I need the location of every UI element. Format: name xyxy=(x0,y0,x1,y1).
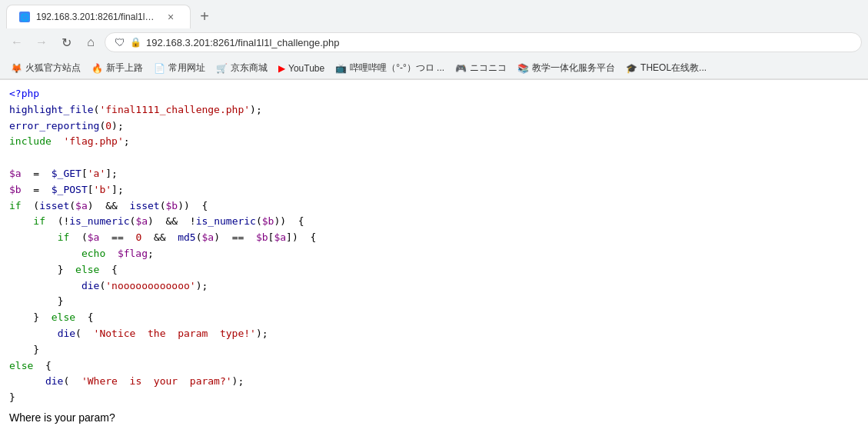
code-line-b: $b = $_POST['b']; xyxy=(9,182,859,198)
bookmark-common-icon: 📄 xyxy=(154,63,165,74)
forward-button[interactable]: → xyxy=(31,32,52,53)
bookmark-huhu-icon: 🦊 xyxy=(11,63,22,74)
code-line-echo: echo $flag; xyxy=(9,246,859,262)
bookmark-theol-label: THEOL在线教... xyxy=(640,62,707,75)
back-button[interactable]: ← xyxy=(6,32,28,53)
code-line-include: include 'flag.php'; xyxy=(9,134,859,150)
bookmark-youtube-icon: ▶ xyxy=(278,63,285,74)
bookmark-edu[interactable]: 📚 教学一体化服务平台 xyxy=(513,60,620,76)
code-line-close2: } xyxy=(9,342,859,358)
bookmark-newbie[interactable]: 🔥 新手上路 xyxy=(87,60,148,76)
bookmark-bilibili-icon: 📺 xyxy=(335,63,347,74)
bookmark-newbie-icon: 🔥 xyxy=(91,63,103,74)
code-line-else3: else { xyxy=(9,358,859,374)
bookmarks-bar: 🦊 火狐官方站点 🔥 新手上路 📄 常用网址 🛒 京东商城 ▶ YouTube … xyxy=(0,58,868,79)
code-line-a: $a = $_GET['a']; xyxy=(9,166,859,182)
bookmark-newbie-label: 新手上路 xyxy=(106,62,143,75)
code-line-else2: } else { xyxy=(9,310,859,326)
tab-title: 192.168.3.201:8261/final1l1l_challenge.p… xyxy=(36,12,158,22)
tab-close-button[interactable]: × xyxy=(164,10,178,24)
page-output: Where is your param? xyxy=(9,406,859,429)
home-icon: ⌂ xyxy=(87,35,95,49)
code-line-error: error_reporting(0); xyxy=(9,118,859,135)
home-button[interactable]: ⌂ xyxy=(80,32,101,53)
bookmark-common-label: 常用网址 xyxy=(168,62,205,75)
bookmark-nico-icon: 🎮 xyxy=(455,63,467,74)
code-line-else1: } else { xyxy=(9,262,859,278)
bookmark-theol[interactable]: 🎓 THEOL在线教... xyxy=(621,60,711,76)
bookmark-huhu[interactable]: 🦊 火狐官方站点 xyxy=(6,60,85,76)
bookmark-edu-label: 教学一体化服务平台 xyxy=(532,62,615,75)
reload-button[interactable]: ↻ xyxy=(55,32,77,53)
code-line-close3: } xyxy=(9,390,859,406)
code-line-die2: die( 'Notice the param type!'); xyxy=(9,326,859,342)
bookmark-common[interactable]: 📄 常用网址 xyxy=(149,60,210,76)
address-bar[interactable]: 🛡 🔒 192.168.3.201:8261/final1l1l_challen… xyxy=(105,32,862,52)
bookmark-edu-icon: 📚 xyxy=(517,63,529,74)
code-line-die1: die('noooooooooooo'); xyxy=(9,278,859,295)
code-line-if1: if (isset($a) && isset($b)) { xyxy=(9,198,859,215)
code-line-die3: die( 'Where is your param?'); xyxy=(9,374,859,390)
tab-favicon: 🌐 xyxy=(19,12,30,22)
bookmark-bilibili[interactable]: 📺 哔哩哔哩（°-°）つロ ... xyxy=(331,60,449,76)
code-line-highlight: highlight_file('final1111_challenge.php'… xyxy=(9,102,859,118)
code-line-close1: } xyxy=(9,294,859,310)
code-line-if3: if ($a == 0 && md5($a) == $b[$a]) { xyxy=(9,230,859,246)
code-line-php-open: <?php xyxy=(9,86,859,102)
shield-icon: 🛡 xyxy=(115,36,125,48)
bookmark-huhu-label: 火狐官方站点 xyxy=(25,62,81,75)
browser-tab[interactable]: 🌐 192.168.3.201:8261/final1l1l_challenge… xyxy=(6,5,191,28)
url-display: 192.168.3.201:8261/final1l1l_challenge.p… xyxy=(146,37,340,48)
bookmark-youtube-label: YouTube xyxy=(288,63,324,74)
lock-icon: 🔒 xyxy=(130,37,141,48)
code-line-blank xyxy=(9,150,859,166)
new-tab-button[interactable]: + xyxy=(194,6,215,28)
reload-icon: ↻ xyxy=(62,35,72,50)
page-content: <?php highlight_file('final1111_challeng… xyxy=(0,80,868,441)
code-line-if2: if (!is_numeric($a) && !is_numeric($b)) … xyxy=(9,214,859,230)
bookmark-youtube[interactable]: ▶ YouTube xyxy=(274,62,329,75)
bookmark-theol-icon: 🎓 xyxy=(626,63,637,74)
bookmark-jd-icon: 🛒 xyxy=(216,63,228,74)
bookmark-bilibili-label: 哔哩哔哩（°-°）つロ ... xyxy=(350,62,444,75)
back-icon: ← xyxy=(11,35,23,49)
forward-icon: → xyxy=(35,35,48,49)
code-block: <?php highlight_file('final1111_challeng… xyxy=(9,86,859,406)
bookmark-nico[interactable]: 🎮 ニコニコ xyxy=(451,60,511,76)
bookmark-nico-label: ニコニコ xyxy=(470,62,507,75)
bookmark-jd-label: 京东商城 xyxy=(231,62,268,75)
bookmark-jd[interactable]: 🛒 京东商城 xyxy=(211,60,272,76)
